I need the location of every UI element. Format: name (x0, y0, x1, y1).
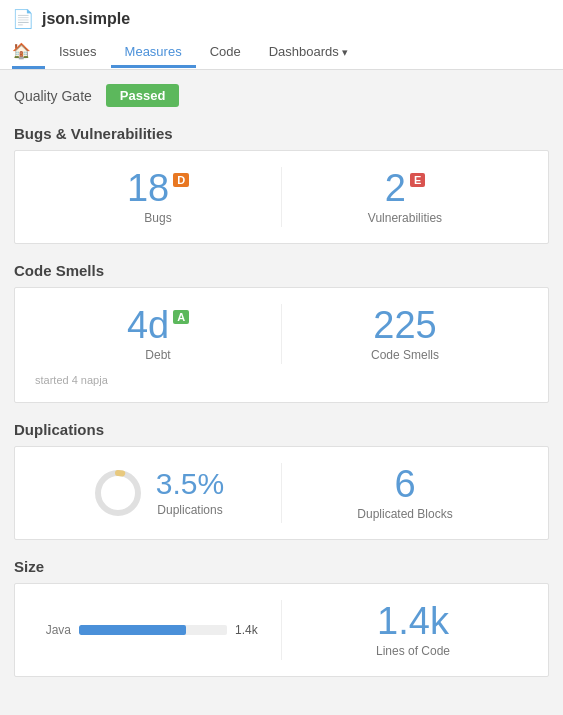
bugs-cell[interactable]: 18 D Bugs (35, 169, 281, 225)
dup-blocks-cell[interactable]: 6 Duplicated Blocks (282, 465, 528, 521)
bar-track (79, 625, 227, 635)
nav-measures[interactable]: Measures (111, 38, 196, 68)
bugs-label: Bugs (144, 211, 171, 225)
dup-blocks-label: Duplicated Blocks (357, 507, 452, 521)
bugs-vulnerabilities-title: Bugs & Vulnerabilities (14, 125, 549, 142)
vulnerabilities-cell[interactable]: 2 E Vulnerabilities (282, 169, 528, 225)
size-bar-col: Java 1.4k (35, 623, 265, 637)
duplications-title: Duplications (14, 421, 549, 438)
bar-lang-label: Java (35, 623, 71, 637)
loc-value: 1.4k (377, 602, 449, 640)
debt-value: 4d (127, 306, 169, 344)
bugs-value-wrapper: 18 D (127, 169, 189, 207)
main-content: Quality Gate Passed Bugs & Vulnerabiliti… (0, 70, 563, 691)
app-icon: 📄 (12, 8, 34, 30)
vuln-value-wrapper: 2 E (385, 169, 425, 207)
duplications-text: 3.5% Duplications (156, 469, 224, 517)
dup-blocks-wrapper: 6 (394, 465, 415, 503)
duplications-row: 3.5% Duplications 6 Duplicated Blocks (35, 463, 528, 523)
debt-badge: A (173, 310, 189, 324)
nav-bar: 🏠 Issues Measures Code Dashboards (12, 36, 551, 69)
nav-issues[interactable]: Issues (45, 38, 111, 68)
code-smells-title: Code Smells (14, 262, 549, 279)
code-smells-card: 4d A Debt 225 Code Smells started 4 napj… (14, 287, 549, 403)
smells-value: 225 (373, 306, 436, 344)
size-row: Java 1.4k 1.4k Lines of Code (35, 600, 528, 660)
vuln-value: 2 (385, 169, 406, 207)
card-divider-4 (281, 600, 282, 660)
duplications-value: 3.5% (156, 469, 224, 499)
size-title: Size (14, 558, 549, 575)
vuln-badge: E (410, 173, 425, 187)
app-title: json.simple (42, 10, 130, 28)
lines-of-code-cell[interactable]: 1.4k Lines of Code (298, 602, 528, 658)
title-row: 📄 json.simple (12, 8, 551, 30)
quality-gate-label: Quality Gate (14, 88, 92, 104)
nav-dashboards[interactable]: Dashboards (255, 38, 362, 68)
bugs-value: 18 (127, 169, 169, 207)
bugs-vulnerabilities-card: 18 D Bugs 2 E Vulnerabilities (14, 150, 549, 244)
app-header: 📄 json.simple 🏠 Issues Measures Code Das… (0, 0, 563, 70)
vuln-label: Vulnerabilities (368, 211, 442, 225)
debt-value-wrapper: 4d A (127, 306, 189, 344)
dup-blocks-value: 6 (394, 465, 415, 503)
duplications-percent-cell[interactable]: 3.5% Duplications (35, 467, 281, 519)
nav-home[interactable]: 🏠 (12, 36, 45, 69)
smells-label: Code Smells (371, 348, 439, 362)
smells-cell[interactable]: 225 Code Smells (282, 306, 528, 362)
duplications-card: 3.5% Duplications 6 Duplicated Blocks (14, 446, 549, 540)
size-card: Java 1.4k 1.4k Lines of Code (14, 583, 549, 677)
code-smells-row: 4d A Debt 225 Code Smells (35, 304, 528, 364)
quality-gate-row: Quality Gate Passed (14, 84, 549, 107)
bugs-vulnerabilities-row: 18 D Bugs 2 E Vulnerabilities (35, 167, 528, 227)
svg-point-0 (98, 473, 138, 513)
duplications-label: Duplications (157, 503, 222, 517)
quality-gate-badge: Passed (106, 84, 180, 107)
bar-fill (79, 625, 186, 635)
code-smells-note: started 4 napja (35, 374, 528, 386)
debt-label: Debt (145, 348, 170, 362)
nav-code[interactable]: Code (196, 38, 255, 68)
bugs-badge: D (173, 173, 189, 187)
donut-chart (92, 467, 144, 519)
smells-value-wrapper: 225 (373, 306, 436, 344)
java-bar-row: Java 1.4k (35, 623, 265, 637)
bar-value-label: 1.4k (235, 623, 265, 637)
debt-cell[interactable]: 4d A Debt (35, 306, 281, 362)
loc-label: Lines of Code (376, 644, 450, 658)
loc-value-wrapper: 1.4k (377, 602, 449, 640)
